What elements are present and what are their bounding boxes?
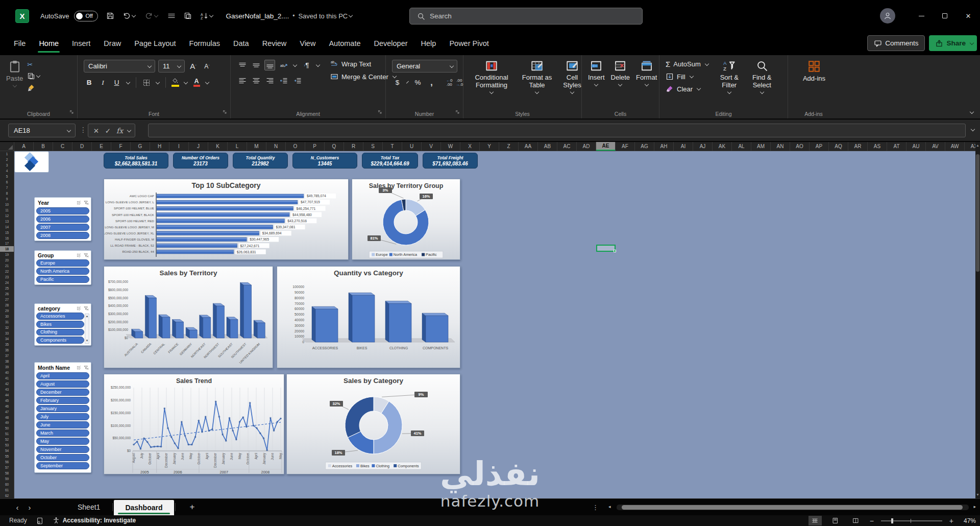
column-header-M[interactable]: M [247, 142, 266, 151]
conditional-formatting-button[interactable]: Conditional Formatting [470, 60, 513, 108]
zoom-in-icon[interactable]: + [949, 517, 953, 525]
clear-filter-icon[interactable] [84, 365, 89, 370]
column-header-AR[interactable]: AR [848, 142, 868, 151]
ribbon-tab-view[interactable]: View [293, 32, 322, 55]
row-header-62[interactable]: 62 [0, 493, 14, 498]
column-header-G[interactable]: G [131, 142, 150, 151]
macro-record-icon[interactable] [36, 517, 43, 524]
multi-select-icon[interactable] [77, 253, 82, 258]
row-header-34[interactable]: 34 [0, 336, 14, 342]
row-header-52[interactable]: 52 [0, 437, 14, 442]
row-header-14[interactable]: 14 [0, 224, 14, 230]
row-header-6[interactable]: 6 [0, 179, 14, 185]
next-sheet-icon[interactable]: › [23, 503, 36, 512]
row-header-39[interactable]: 39 [0, 364, 14, 370]
increase-font-icon[interactable]: Aˆ [188, 61, 199, 71]
slicer-item-may[interactable]: May [36, 438, 89, 445]
horizontal-scroll-thumb[interactable] [622, 505, 963, 510]
column-header-AU[interactable]: AU [906, 142, 926, 151]
row-header-55[interactable]: 55 [0, 453, 14, 459]
column-header-O[interactable]: O [286, 142, 305, 151]
column-header-AH[interactable]: AH [654, 142, 674, 151]
row-header-20[interactable]: 20 [0, 257, 14, 263]
ribbon-tab-developer[interactable]: Developer [367, 32, 414, 55]
horizontal-scrollbar[interactable] [617, 505, 969, 510]
ribbon-tab-formulas[interactable]: Formulas [183, 32, 227, 55]
dialog-launcher-icon[interactable] [69, 107, 75, 116]
delete-cells-button[interactable]: Delete [611, 60, 630, 108]
user-avatar[interactable] [880, 8, 895, 23]
column-header-Y[interactable]: Y [480, 142, 499, 151]
row-header-37[interactable]: 37 [0, 353, 14, 358]
multi-select-icon[interactable] [77, 306, 82, 311]
row-header-8[interactable]: 8 [0, 190, 14, 196]
row-header-54[interactable]: 54 [0, 448, 14, 453]
row-header-10[interactable]: 10 [0, 202, 14, 207]
column-header-Q[interactable]: Q [325, 142, 344, 151]
clear-filter-icon[interactable] [84, 200, 89, 205]
bold-button[interactable]: B [84, 77, 94, 88]
column-header-AA[interactable]: AA [519, 142, 538, 151]
percent-icon[interactable]: % [412, 77, 423, 88]
column-header-R[interactable]: R [344, 142, 363, 151]
row-header-17[interactable]: 17 [0, 241, 14, 247]
selected-cell[interactable] [596, 245, 616, 252]
column-header-AI[interactable]: AI [674, 142, 693, 151]
dialog-launcher-icon[interactable] [222, 107, 228, 116]
row-header-13[interactable]: 13 [0, 219, 14, 224]
column-header-V[interactable]: V [422, 142, 441, 151]
column-header-AE[interactable]: AE [596, 142, 616, 151]
row-header-9[interactable]: 9 [0, 196, 14, 202]
copy-icon[interactable] [184, 12, 192, 20]
column-header-E[interactable]: E [92, 142, 111, 151]
decrease-font-icon[interactable]: Aˇ [202, 61, 212, 71]
ribbon-tab-insert[interactable]: Insert [65, 32, 97, 55]
slicer-item-europe[interactable]: Europe [36, 259, 89, 267]
column-header-C[interactable]: C [53, 142, 72, 151]
vertical-scrollbar[interactable]: ▲ ▼ [975, 142, 980, 498]
clear-button[interactable]: Clear [666, 85, 710, 93]
zoom-slider[interactable] [881, 520, 942, 521]
row-header-1[interactable]: 1 [0, 151, 14, 157]
row-header-38[interactable]: 38 [0, 358, 14, 364]
row-header-53[interactable]: 53 [0, 442, 14, 448]
format-as-table-button[interactable]: Format as Table [521, 60, 553, 108]
comments-button[interactable]: Comments [867, 35, 925, 51]
align-left-icon[interactable] [237, 75, 248, 86]
column-header-N[interactable]: N [266, 142, 286, 151]
hscroll-left-icon[interactable]: ◂ [608, 504, 611, 509]
row-header-4[interactable]: 4 [0, 168, 14, 174]
column-header-AQ[interactable]: AQ [829, 142, 848, 151]
save-icon[interactable] [106, 12, 114, 20]
multi-select-icon[interactable] [77, 365, 82, 370]
sheet-tab-sheet1[interactable]: Sheet1 [66, 499, 111, 515]
row-header-42[interactable]: 42 [0, 381, 14, 387]
multi-select-icon[interactable] [77, 200, 82, 205]
slicer-item-pacific[interactable]: Pacific [36, 276, 89, 283]
row-header-36[interactable]: 36 [0, 347, 14, 353]
font-color-icon[interactable]: A [192, 78, 201, 87]
column-header-AO[interactable]: AO [790, 142, 810, 151]
currency-icon[interactable]: $ [392, 77, 403, 88]
column-header-AN[interactable]: AN [771, 142, 790, 151]
decrease-decimal-icon[interactable]: .00→.0 [455, 79, 463, 87]
scroll-down-icon[interactable]: ▼ [86, 339, 89, 343]
column-header-AW[interactable]: AW [945, 142, 965, 151]
borders-icon[interactable] [141, 77, 152, 88]
row-header-31[interactable]: 31 [0, 319, 14, 325]
ribbon-tab-file[interactable]: File [7, 32, 32, 55]
cut-button[interactable]: ✂ [27, 61, 41, 68]
column-header-L[interactable]: L [228, 142, 247, 151]
row-header-27[interactable]: 27 [0, 297, 14, 302]
row-header-50[interactable]: 50 [0, 425, 14, 431]
insert-cells-button[interactable]: Insert [588, 60, 605, 108]
column-header-I[interactable]: I [169, 142, 189, 151]
column-header-X[interactable]: X [460, 142, 480, 151]
column-header-AL[interactable]: AL [732, 142, 751, 151]
row-header-44[interactable]: 44 [0, 392, 14, 398]
row-header-16[interactable]: 16 [0, 235, 14, 241]
expand-formula-bar-icon[interactable] [971, 127, 975, 131]
row-header-46[interactable]: 46 [0, 403, 14, 409]
row-header-15[interactable]: 15 [0, 230, 14, 235]
scroll-up-icon[interactable]: ▲ [975, 142, 980, 149]
